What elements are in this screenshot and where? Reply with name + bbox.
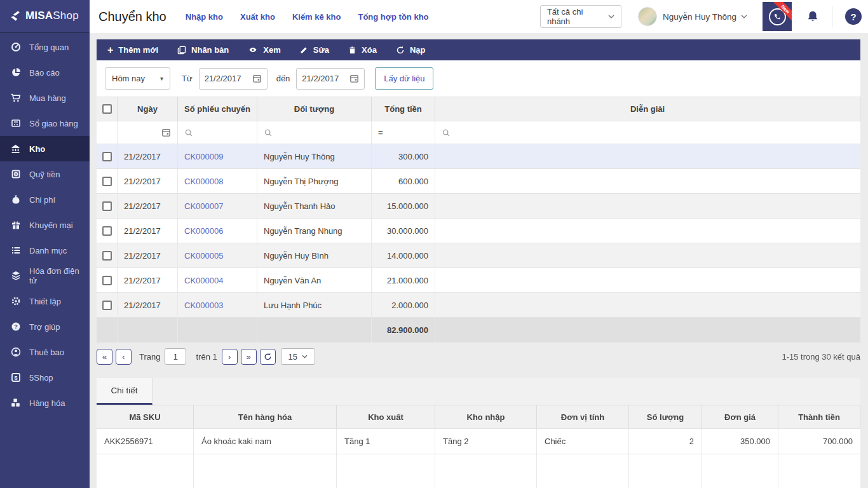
sidebar-item-chi-phi[interactable]: Chi phí xyxy=(0,187,90,212)
row-checkbox[interactable] xyxy=(102,177,112,186)
table-row[interactable]: 21/2/2017 CK000008 Nguyễn Thị Phượng 600… xyxy=(97,169,860,194)
nav-nhap-kho[interactable]: Nhập kho xyxy=(186,12,223,22)
row-checkbox[interactable] xyxy=(102,152,112,161)
sidebar-item-kho[interactable]: Kho xyxy=(0,136,90,161)
duplicate-button[interactable]: Nhân bản xyxy=(168,39,238,60)
detail-row[interactable]: AKK2556971 Áo khoác kaki nam Tầng 1 Tầng… xyxy=(97,429,860,454)
notifications-bell-icon[interactable] xyxy=(806,10,819,23)
sidebar-item-label: Chi phí xyxy=(29,195,55,205)
table-row[interactable]: 21/2/2017 CK000007 Nguyễn Thanh Hảo 15.0… xyxy=(97,194,860,219)
transfer-code-link[interactable]: CK000004 xyxy=(184,276,223,285)
plus-icon: + xyxy=(107,44,113,56)
date-preset-select[interactable]: Hôm nay ▾ xyxy=(105,67,170,90)
nav-kiem-ke-kho[interactable]: Kiểm kê kho xyxy=(292,12,341,22)
row-checkbox[interactable] xyxy=(102,201,112,211)
transfer-code-link[interactable]: CK000005 xyxy=(184,251,223,261)
partner-filter-cell[interactable] xyxy=(257,121,372,144)
sidebar-item-tong-quan[interactable]: Tổng quan xyxy=(0,34,90,60)
app-logo[interactable]: MISAShop xyxy=(0,0,90,33)
sidebar-item-label: Quỹ tiền xyxy=(29,170,60,179)
delete-button[interactable]: Xóa xyxy=(339,39,386,60)
sidebar-item-5shop[interactable]: 5 5Shop xyxy=(0,365,90,390)
prev-page-button[interactable]: ‹ xyxy=(116,349,132,365)
sidebar-item-thiet-lap[interactable]: Thiết lập xyxy=(0,288,90,314)
row-checkbox[interactable] xyxy=(102,226,112,236)
page-number-input[interactable] xyxy=(165,348,186,365)
table-row[interactable]: 21/2/2017 CK000009 Nguyễn Huy Thông 300.… xyxy=(97,144,860,169)
row-checkbox[interactable] xyxy=(102,251,112,261)
page-label: Trang xyxy=(139,352,160,362)
results-count: 1-15 trong 30 kết quả xyxy=(782,352,860,362)
safe-icon xyxy=(10,169,22,179)
help-icon: ? xyxy=(10,322,22,332)
row-checkbox[interactable] xyxy=(102,301,112,310)
tab-chi-tiet[interactable]: Chi tiết xyxy=(97,378,153,405)
row-checkbox[interactable] xyxy=(102,276,112,285)
add-new-button[interactable]: + Thêm mới xyxy=(98,39,168,60)
user-icon xyxy=(10,347,22,357)
branch-selector[interactable]: Tất cả chi nhánh xyxy=(540,5,621,28)
chevron-down-icon xyxy=(302,355,308,358)
page-of-label: trên 1 xyxy=(196,352,217,362)
table-row[interactable]: 21/2/2017 CK000003 Lưu Hạnh Phúc 2.000.0… xyxy=(97,293,860,318)
to-date-input[interactable]: 21/2/2017 xyxy=(296,68,365,90)
from-date-input[interactable]: 21/2/2017 xyxy=(199,68,268,90)
transfer-code-link[interactable]: CK000009 xyxy=(184,152,223,161)
help-button[interactable]: ? xyxy=(845,8,862,25)
transfer-code-link[interactable]: CK000007 xyxy=(184,201,223,211)
table-row[interactable]: 21/2/2017 CK000006 Nguyễn Trang Nhung 30… xyxy=(97,219,860,243)
nav-xuat-kho[interactable]: Xuất kho xyxy=(240,12,275,22)
gauge-icon xyxy=(10,42,22,52)
refresh-page-button[interactable] xyxy=(260,349,276,365)
col-ngay: Ngày xyxy=(118,97,178,121)
calendar-icon xyxy=(349,74,359,83)
nav-tong-hop-ton-kho[interactable]: Tổng hợp tồn kho xyxy=(358,12,428,22)
sidebar-item-tro-giup[interactable]: ? Trợ giúp xyxy=(0,314,90,339)
col-dien-giai: Diễn giải xyxy=(435,97,860,121)
code-filter-cell[interactable] xyxy=(178,121,257,144)
date-filter-cell[interactable] xyxy=(118,121,178,144)
top-bar: Chuyển kho Nhập kho Xuất kho Kiểm kê kho… xyxy=(90,0,868,33)
first-page-button[interactable]: « xyxy=(97,349,112,365)
edit-button[interactable]: Sửa xyxy=(290,39,339,60)
transfer-code-link[interactable]: CK000006 xyxy=(184,226,223,236)
col-so-luong: Số lượng xyxy=(629,405,702,428)
col-don-vi-tinh: Đơn vị tính xyxy=(537,405,629,428)
user-menu[interactable]: Nguyễn Huy Thông xyxy=(663,12,747,22)
sidebar-item-khuyen-mai[interactable]: Khuyến mại xyxy=(0,212,90,238)
trash-icon xyxy=(348,46,356,55)
select-all-checkbox[interactable] xyxy=(102,104,112,114)
page-size-select[interactable]: 15 xyxy=(281,348,315,365)
sidebar-item-so-giao-hang[interactable]: Sổ giao hàng xyxy=(0,111,90,136)
col-so-phieu-chuyen: Số phiếu chuyển xyxy=(178,97,257,121)
from-label: Từ xyxy=(182,74,193,83)
col-tong-tien: Tổng tiền xyxy=(372,97,435,121)
view-button[interactable]: Xem xyxy=(238,39,290,60)
sidebar-item-hang-hoa[interactable]: Hàng hóa xyxy=(0,390,90,416)
pencil-icon xyxy=(300,46,308,54)
avatar[interactable] xyxy=(638,7,657,26)
amount-filter-cell[interactable]: = xyxy=(372,121,435,144)
sidebar-item-hoa-don-dien-tu[interactable]: Hóa đơn điện tử xyxy=(0,263,90,288)
chevron-down-icon xyxy=(608,15,614,18)
sidebar-item-mua-hang[interactable]: Mua hàng xyxy=(0,85,90,111)
reload-button[interactable]: Nạp xyxy=(386,39,435,60)
equals-icon: = xyxy=(378,128,383,137)
transfer-code-link[interactable]: CK000008 xyxy=(184,177,223,186)
refresh-icon xyxy=(396,46,405,55)
last-page-button[interactable]: » xyxy=(241,349,257,365)
sidebar-item-quy-tien[interactable]: Quỹ tiền xyxy=(0,161,90,187)
detail-tab-bar: Chi tiết xyxy=(97,378,860,405)
sidebar-item-thue-bao[interactable]: Thuê bao xyxy=(0,339,90,365)
sidebar-item-label: Sổ giao hàng xyxy=(29,119,78,128)
sidebar-item-danh-muc[interactable]: Danh mục xyxy=(0,238,90,263)
sidebar-item-label: Thiết lập xyxy=(29,297,61,306)
table-row[interactable]: 21/2/2017 CK000004 Nguyễn Văn An 21.000.… xyxy=(97,268,860,293)
load-data-button[interactable]: Lấy dữ liệu xyxy=(375,67,433,90)
note-filter-cell[interactable] xyxy=(435,121,860,144)
hotline-button[interactable]: New xyxy=(763,2,792,31)
transfer-code-link[interactable]: CK000003 xyxy=(184,301,223,310)
table-row[interactable]: 21/2/2017 CK000005 Nguyễn Huy Bình 14.00… xyxy=(97,243,860,268)
sidebar-item-bao-cao[interactable]: Báo cáo xyxy=(0,60,90,85)
next-page-button[interactable]: › xyxy=(222,349,238,365)
